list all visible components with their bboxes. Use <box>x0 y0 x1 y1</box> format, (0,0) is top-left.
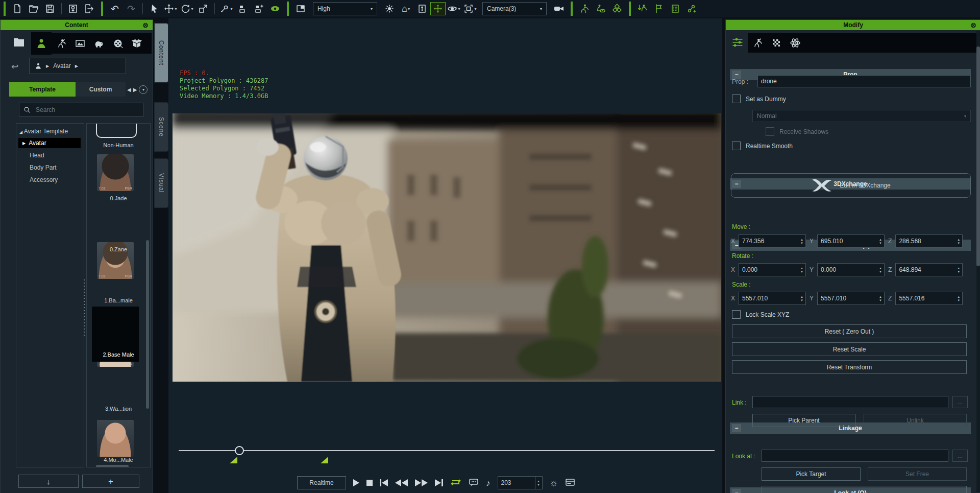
rewind-button[interactable] <box>395 479 408 486</box>
tab-avatar[interactable] <box>31 32 52 55</box>
edit-in-3dxchange-button[interactable]: Edit in 3DXchange <box>731 173 971 198</box>
undo-icon[interactable]: ↶ <box>107 2 123 16</box>
tree-item-body-part[interactable]: Body Part <box>30 164 84 171</box>
play-button[interactable] <box>353 479 359 486</box>
caption-button[interactable] <box>469 478 479 488</box>
tab-props[interactable] <box>127 34 146 53</box>
collapse-icon[interactable]: − <box>732 489 741 493</box>
spinner[interactable]: ▴▾ <box>955 295 962 302</box>
orbit-camera-icon[interactable]: ▾ <box>446 2 462 16</box>
rotate-tool-icon[interactable]: ▾ <box>179 2 195 16</box>
side-tab-visual[interactable]: Visual <box>154 158 168 208</box>
tab-scroll-left-icon[interactable]: ◀ <box>127 87 131 92</box>
timeline-marker-icon[interactable] <box>321 457 328 463</box>
export-icon[interactable] <box>81 2 97 16</box>
go-to-end-button[interactable] <box>435 479 443 486</box>
look-at-browse-button[interactable]: ... <box>952 450 968 462</box>
spinner[interactable]: ▴▾ <box>877 295 884 302</box>
tab-modify-physics[interactable] <box>786 33 804 53</box>
viewport-layout-icon[interactable] <box>292 2 309 16</box>
look-at-input[interactable] <box>762 450 948 462</box>
render-settings-icon[interactable]: ☼ <box>550 478 558 487</box>
props-cubes-icon[interactable] <box>609 2 625 16</box>
scale-z-field[interactable]: ▴▾ <box>895 292 963 305</box>
link-nodes-icon[interactable] <box>683 2 700 16</box>
scale-tool-icon[interactable] <box>195 2 211 16</box>
select-tool-icon[interactable] <box>146 2 162 16</box>
spinner[interactable]: ▴▾ <box>955 238 962 245</box>
modify-scrollbar-thumb[interactable] <box>976 46 980 266</box>
rotate-z-field[interactable]: ▴▾ <box>895 263 963 276</box>
align-object-icon[interactable] <box>251 2 267 16</box>
spinner[interactable]: ▴▾ <box>798 295 805 302</box>
home-view-icon[interactable]: ⌂▾ <box>398 2 414 16</box>
tab-list-chevron-icon[interactable]: ▾ <box>139 85 148 94</box>
scene-manager-icon[interactable] <box>667 2 683 16</box>
tab-media[interactable] <box>108 34 127 53</box>
redo-icon[interactable]: ↷ <box>123 2 139 16</box>
vertical-scrollbar[interactable] <box>146 240 149 409</box>
link-browse-button[interactable]: ... <box>952 396 968 408</box>
spinner[interactable]: ▴▾ <box>955 267 962 273</box>
tree-item-head[interactable]: Head <box>30 152 84 159</box>
move-y-field[interactable]: ▴▾ <box>817 234 885 248</box>
spinner[interactable]: ▴▾ <box>877 238 884 245</box>
visibility-eye-icon[interactable] <box>267 2 283 16</box>
tab-scroll-right-icon[interactable]: ▶ <box>133 87 137 92</box>
import-icon[interactable] <box>65 2 81 16</box>
scale-y-field[interactable]: ▴▾ <box>817 292 885 305</box>
flag-icon[interactable] <box>651 2 667 16</box>
align-ground-icon[interactable] <box>234 2 251 16</box>
set-as-dummy-checkbox[interactable]: Set as Dummy <box>732 95 786 103</box>
realtime-button[interactable]: Realtime <box>297 476 346 489</box>
tab-template[interactable]: Template <box>9 82 76 97</box>
unlink-button[interactable]: Unlink <box>864 414 967 427</box>
reset-transform-button[interactable]: Reset Transform <box>732 360 967 374</box>
collapse-icon[interactable]: − <box>732 71 741 79</box>
stop-button[interactable] <box>366 480 373 486</box>
fit-vertical-icon[interactable] <box>414 2 430 16</box>
thumbnail-label-selected[interactable]: 2.Base Male <box>87 351 150 358</box>
realtime-smooth-checkbox[interactable]: Realtime Smooth <box>732 142 793 150</box>
viewport[interactable]: FPS : 0. Project Polygon : 436287 Select… <box>168 18 722 493</box>
go-to-start-button[interactable] <box>380 479 388 486</box>
thumbnail-label[interactable]: 0.Zane <box>87 246 150 252</box>
breadcrumb[interactable]: ▶ Avatar ▶ <box>29 58 126 74</box>
thumbnail-label[interactable]: Non-Human <box>87 142 150 148</box>
light-icon[interactable] <box>381 2 398 16</box>
reset-scale-button[interactable]: Reset Scale <box>732 342 967 356</box>
spinner[interactable]: ▴▾ <box>798 238 805 245</box>
breadcrumb-back-button[interactable]: ↩ <box>6 59 24 74</box>
download-button[interactable]: ↓ <box>18 475 79 488</box>
prop-name-input[interactable] <box>757 75 971 87</box>
new-project-icon[interactable] <box>9 2 26 16</box>
side-tab-scene[interactable]: Scene <box>154 102 168 152</box>
save-icon[interactable] <box>42 2 58 16</box>
fast-forward-button[interactable] <box>415 479 428 486</box>
spinner[interactable]: ▴▾ <box>877 267 884 273</box>
side-tab-content[interactable]: Content <box>154 23 168 83</box>
face-key-icon[interactable] <box>593 2 609 16</box>
display-options-icon[interactable] <box>565 478 575 488</box>
tab-animal[interactable] <box>89 34 108 53</box>
tab-all-content[interactable] <box>9 32 29 53</box>
camcorder-icon[interactable] <box>551 2 567 16</box>
panel-splitter[interactable] <box>84 279 85 336</box>
close-icon[interactable]: ⊗ <box>970 20 976 30</box>
move-tool-icon[interactable]: ▾ <box>162 2 179 16</box>
thumbnail-label[interactable]: 1.Ba...male <box>87 297 150 303</box>
audio-note-icon[interactable]: ♪ <box>486 479 491 487</box>
camera-select[interactable]: Camera(3) ▾ <box>482 2 547 15</box>
partial-bottom-button[interactable] <box>762 486 967 493</box>
scale-x-field[interactable]: ▴▾ <box>739 292 806 305</box>
search-input[interactable] <box>35 106 124 114</box>
render-quality-select[interactable]: High ▾ <box>313 2 377 15</box>
move-x-field[interactable]: ▴▾ <box>739 234 806 248</box>
tree-item-accessory[interactable]: Accessory <box>30 176 84 183</box>
open-project-icon[interactable] <box>26 2 42 16</box>
lock-scale-checkbox[interactable]: Lock Scale XYZ <box>732 310 789 319</box>
reset-zero-out-button[interactable]: Reset ( Zero Out ) <box>732 324 967 338</box>
tree-root[interactable]: ◢ Avatar Template <box>19 128 84 135</box>
rotate-y-field[interactable]: ▴▾ <box>817 263 885 276</box>
move-z-field[interactable]: ▴▾ <box>895 234 963 248</box>
